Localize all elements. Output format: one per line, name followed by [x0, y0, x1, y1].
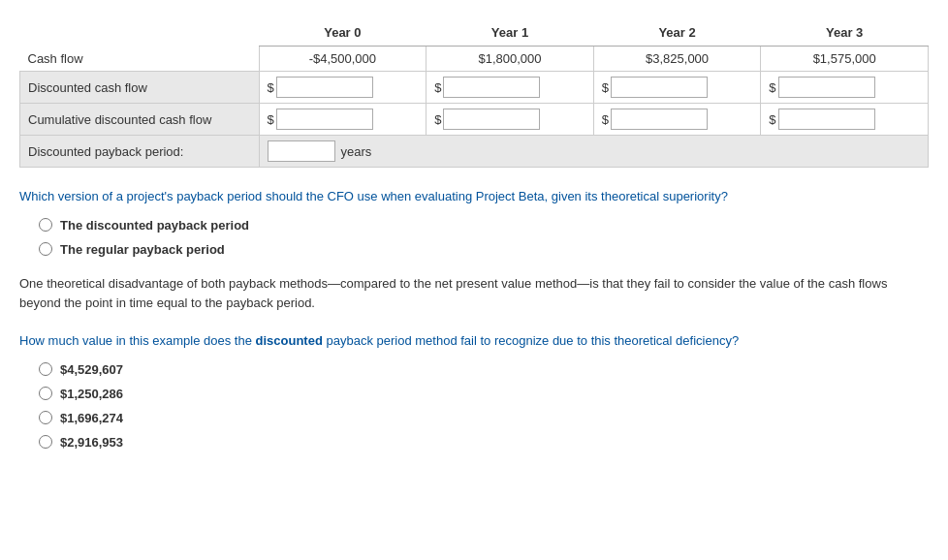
cum-year0-input[interactable] [276, 109, 373, 130]
table-row: Cumulative discounted cash flow $ $ $ [20, 104, 929, 136]
dcf-input-year2-wrapper: $ [602, 77, 753, 98]
dollar-sign-icon: $ [434, 80, 441, 95]
question2-radio4[interactable] [39, 435, 52, 449]
question2-radio2[interactable] [39, 387, 52, 400]
cum-input-year1-wrapper: $ [434, 109, 585, 130]
dcf-input-year2-cell: $ [593, 72, 761, 104]
dollar-sign-icon: $ [602, 112, 609, 127]
dcf-year0-input[interactable] [276, 77, 373, 98]
cum-input-year3-wrapper: $ [769, 109, 920, 130]
question2-text-before: How much value in this example does the [19, 333, 256, 348]
payback-period-label: Discounted payback period: [20, 136, 260, 168]
cashflow-year0: -$4,500,000 [259, 47, 427, 72]
question2-option3: $1,696,274 [39, 411, 929, 425]
table-header-row: Year 0 Year 1 Year 2 Year 3 [20, 19, 929, 47]
cashflow-table: Year 0 Year 1 Year 2 Year 3 Cash flow -$… [19, 19, 929, 168]
dcf-year2-input[interactable] [611, 77, 708, 98]
cum-input-year1-cell: $ [427, 104, 594, 136]
cum-input-year0-cell: $ [259, 104, 427, 136]
cum-input-year3-cell: $ [761, 104, 929, 136]
question1-section: Which version of a project's payback per… [19, 187, 929, 257]
question2-text: How much value in this example does the … [19, 331, 929, 351]
dcf-year1-input[interactable] [443, 77, 540, 98]
header-year0: Year 0 [259, 19, 427, 47]
question2-section: How much value in this example does the … [19, 331, 929, 450]
question1-label1[interactable]: The discounted payback period [60, 218, 249, 233]
dollar-sign-icon: $ [268, 112, 274, 127]
question1-radio2[interactable] [39, 242, 52, 256]
payback-period-input[interactable] [268, 140, 335, 162]
explanation-text-part2: —compared to the net present value metho… [328, 276, 589, 291]
dollar-sign-icon: $ [602, 80, 609, 95]
question1-label2[interactable]: The regular payback period [60, 242, 225, 257]
question2-option1: $4,529,607 [39, 362, 929, 377]
dcf-input-year3-wrapper: $ [769, 77, 920, 98]
table-row: Discounted payback period: years [20, 136, 929, 168]
cum-year1-input[interactable] [443, 109, 540, 130]
cashflow-year1: $1,800,000 [427, 47, 594, 72]
cumulative-dcf-label: Cumulative discounted cash flow [20, 104, 260, 136]
question2-option2: $1,250,286 [39, 387, 929, 401]
question2-radio3[interactable] [39, 411, 52, 424]
question2-option4: $2,916,953 [39, 435, 929, 450]
question1-text: Which version of a project's payback per… [19, 187, 929, 206]
cashflow-label: Cash flow [20, 47, 260, 72]
dcf-input-year3-cell: $ [761, 72, 929, 104]
discounted-cf-label: Discounted cash flow [20, 72, 260, 104]
table-row: Discounted cash flow $ $ $ [20, 72, 929, 104]
explanation-text-part1: One theoretical disadvantage of both pay… [19, 276, 328, 291]
question2-label2[interactable]: $1,250,286 [60, 387, 123, 401]
cum-input-year0-wrapper: $ [268, 109, 419, 130]
main-table-wrapper: Year 0 Year 1 Year 2 Year 3 Cash flow -$… [19, 19, 929, 168]
years-label: years [341, 144, 372, 159]
question2-text-after: payback period method fail to recognize … [323, 333, 739, 348]
question2-label3[interactable]: $1,696,274 [60, 411, 123, 425]
cum-year3-input[interactable] [778, 109, 875, 130]
header-year3: Year 3 [761, 19, 929, 47]
payback-period-input-cell: years [259, 136, 928, 168]
dcf-input-year1-wrapper: $ [434, 77, 585, 98]
question2-radio1[interactable] [39, 362, 52, 376]
question1-radio1[interactable] [39, 218, 52, 232]
cashflow-year2: $3,825,000 [593, 47, 761, 72]
question2-label1[interactable]: $4,529,607 [60, 362, 123, 377]
explanation-section: One theoretical disadvantage of both pay… [19, 274, 929, 315]
years-input-wrapper: years [268, 140, 920, 162]
dcf-input-year0-cell: $ [259, 72, 427, 104]
dcf-input-year0-wrapper: $ [268, 77, 419, 98]
cashflow-year3: $1,575,000 [761, 47, 929, 72]
cum-year2-input[interactable] [611, 109, 708, 130]
dollar-sign-icon: $ [769, 112, 775, 127]
dcf-year3-input[interactable] [778, 77, 875, 98]
table-row: Cash flow -$4,500,000 $1,800,000 $3,825,… [20, 47, 929, 72]
question2-label4[interactable]: $2,916,953 [60, 435, 123, 450]
header-year2: Year 2 [593, 19, 761, 47]
cum-input-year2-cell: $ [593, 104, 761, 136]
question1-option1: The discounted payback period [39, 218, 929, 233]
question1-option2: The regular payback period [39, 242, 929, 257]
dollar-sign-icon: $ [434, 112, 441, 127]
dollar-sign-icon: $ [769, 80, 775, 95]
question2-bold-word: discounted [256, 333, 323, 348]
header-year1: Year 1 [427, 19, 594, 47]
dollar-sign-icon: $ [268, 80, 274, 95]
cum-input-year2-wrapper: $ [602, 109, 753, 130]
dcf-input-year1-cell: $ [427, 72, 594, 104]
header-empty [20, 19, 260, 47]
